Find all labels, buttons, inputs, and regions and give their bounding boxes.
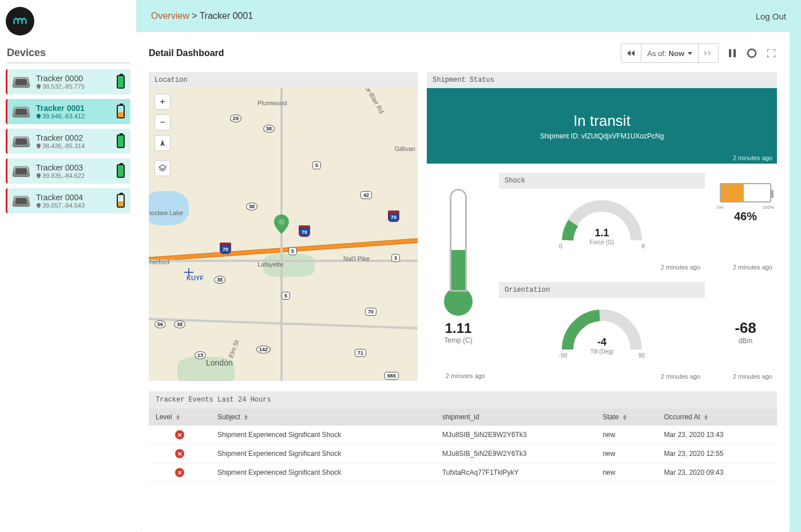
signal-unit: dBm [739,337,753,345]
device-item[interactable]: Tracker 0004 39.057,-84.543 [6,188,130,213]
battery-panel: 0%100% 46% 2 minutes ago [714,173,777,273]
status-text: In transit [573,112,631,130]
dashboard: Detail Dashboard As of: Now [136,32,790,532]
breadcrumb-sep: > [192,11,197,21]
battery-icon [117,164,125,178]
svg-point-3 [279,219,285,225]
device-name: Tracker 0003 [36,163,117,172]
thermometer-icon [444,189,473,315]
status-timestamp: 2 minutes ago [733,154,772,161]
battery-icon [117,75,125,89]
time-prev-button[interactable] [621,44,641,62]
cell-shipment-id: MJu8SIB_5iN2E9W2Y6Tk3 [435,426,596,444]
signal-timestamp: 2 minutes ago [733,373,772,380]
sort-icon [176,415,180,420]
breadcrumb-root[interactable]: Overview [151,11,189,21]
shock-timestamp: 2 minutes ago [661,264,700,271]
cell-state: new [596,444,657,463]
map-label: merford [149,259,169,265]
map-shield: 70 [365,308,376,316]
map-shield: 5 [288,247,297,255]
topbar: Overview > Tracker 0001 Log Out [136,0,801,32]
temperature-label: Temp (C) [444,336,472,344]
orientation-panel: Orientation -4 Tilt (Deg) -9090 2 minute… [499,282,705,382]
pin-icon [36,84,41,89]
events-title: Tracker Events Last 24 Hours [149,391,777,408]
shock-title: Shock [499,173,705,189]
level-error-icon: ✕ [175,468,184,477]
events-panel: Tracker Events Last 24 Hours Level Subje… [149,391,777,482]
map-road [149,317,418,330]
time-select-button[interactable]: As of: Now [641,44,699,62]
battery-icon [117,194,125,208]
device-item[interactable]: Tracker 0001 39.948,-83.412 [6,99,130,124]
map-shield: 29 [230,114,241,122]
map-shield: 70 [220,243,231,254]
battery-timestamp: 2 minutes ago [733,264,772,271]
time-next-button[interactable] [699,44,718,62]
device-item[interactable]: Tracker 0002 38.436,-85.314 [6,129,130,154]
map-zoom-in-button[interactable]: + [154,94,170,110]
table-row[interactable]: ✕ Shipment Experienced Significant Shock… [149,444,777,463]
device-icon [12,77,30,88]
pin-icon [36,203,41,208]
table-row[interactable]: ✕ Shipment Experienced Significant Shock… [149,426,777,444]
device-item[interactable]: Tracker 0003 39.835,-84.622 [6,158,130,184]
temperature-panel: 1.11 Temp (C) 2 minutes ago [427,173,490,382]
status-subtext: Shipment ID: vfZUtQdjxVFM1UXozPcNg [540,132,664,140]
map-label: Gillivan [395,145,415,152]
device-coords: 39.057,-84.543 [36,202,117,209]
table-row[interactable]: ✕ Shipment Experienced Significant Shock… [149,463,777,482]
location-panel: Location + − [149,72,418,381]
shipment-status-panel: Shipment Status In transit Shipment ID: … [427,72,777,164]
pin-icon [36,144,41,149]
location-panel-title: Location [149,72,418,88]
map-layers-button[interactable] [154,160,170,176]
device-name: Tracker 0002 [36,133,117,142]
sidebar: Devices Tracker 0000 38.532,-85.775 Trac… [0,0,136,532]
fullscreen-button[interactable] [766,47,777,59]
cell-subject: Shipment Experienced Significant Shock [211,463,435,482]
device-name: Tracker 0000 [36,74,117,83]
temperature-value: 1.11 [445,320,472,336]
map-label: Taylor-Blair Rd [359,88,385,114]
airport-icon [183,268,195,276]
table-header[interactable]: State [596,408,657,426]
map-shield: 42 [360,191,372,199]
map-shield: 38 [214,276,225,284]
battery-icon [720,183,771,203]
logout-link[interactable]: Log Out [756,11,786,21]
cell-state: new [596,463,657,482]
map[interactable]: + − Plumwood Gillivan Lafayette London N… [149,88,418,381]
device-icon [12,196,30,207]
device-coords: 39.835,-84.622 [36,172,117,179]
map-label: Plumwood [257,100,287,106]
device-icon [12,107,30,117]
map-water [149,191,189,225]
pin-icon [36,173,41,178]
device-name: Tracker 0001 [36,104,117,113]
cell-state: new [596,426,657,444]
battery-value: 46% [734,210,757,223]
map-zoom-out-button[interactable]: − [154,114,170,130]
map-shield: 38 [263,125,275,133]
map-orient-button[interactable] [154,135,170,151]
pause-button[interactable] [727,47,738,59]
main: Overview > Tracker 0001 Log Out Detail D… [136,0,801,532]
refresh-button[interactable] [746,47,758,59]
page-title: Detail Dashboard [149,48,224,58]
app-logo [6,7,34,35]
table-header[interactable]: Occurred At [657,408,777,426]
table-header[interactable]: Level [149,408,211,426]
device-name: Tracker 0004 [36,193,117,202]
map-shield: 13 [195,351,206,359]
map-shield: 70 [388,211,399,222]
events-table: Level Subject shipment_idState Occurred … [149,408,777,482]
map-road [280,88,283,381]
table-header[interactable]: Subject [211,408,435,426]
table-header: shipment_id [435,408,596,426]
cell-subject: Shipment Experienced Significant Shock [211,426,435,444]
map-shield: 142 [256,346,271,354]
cell-occurred: Mar 23, 2020 12:55 [657,444,777,463]
device-item[interactable]: Tracker 0000 38.532,-85.775 [6,69,130,94]
